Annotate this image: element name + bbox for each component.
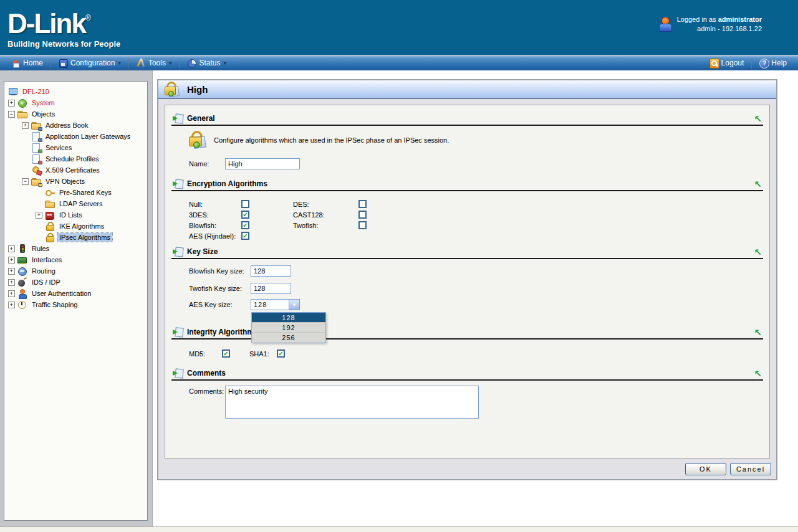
section-arrow-icon [173,247,183,256]
encryption-checkbox-aesrijndael[interactable] [241,232,249,240]
tree-expander[interactable]: + [22,122,29,129]
encryption-label: DES: [293,201,358,208]
help-button[interactable]: Help [752,55,794,71]
aes-keysize-label: AES Key size: [189,301,251,308]
cancel-button[interactable]: Cancel [730,463,771,475]
tree-expander[interactable]: + [8,257,15,264]
lock-icon [45,222,55,231]
sidebar-item-interfaces[interactable]: +Interfaces [6,254,146,265]
tree-expander[interactable]: + [8,100,15,107]
section-encryption-title: Encryption Algorithms [187,179,267,188]
encryption-checkbox-cast128[interactable] [358,211,367,219]
chevron-down-icon[interactable]: ▾ [289,300,299,310]
tree-expander[interactable]: + [8,268,15,275]
name-input[interactable] [225,158,300,169]
nav-item-configuration[interactable]: Configuration▾ [51,55,128,71]
section-comments-title: Comments [187,369,226,378]
folder-icon [17,110,28,119]
sidebar-item-objects[interactable]: −Objects [6,108,146,120]
name-row: Name: [189,158,764,169]
dropdown-option-192[interactable]: 192 [252,323,325,333]
encryption-checkbox-twofish[interactable] [358,221,367,229]
keysize-field-row: Blowfish Key size: [189,265,764,277]
comments-textarea[interactable]: High security [225,386,479,419]
dropdown-option-256[interactable]: 256 [252,333,325,343]
sidebar-item-vpn-objects[interactable]: −VPN Objects [6,176,146,187]
collapse-arrow-icon[interactable]: ↖ [754,370,762,378]
dropdown-arrow-icon: ▾ [224,60,227,66]
sidebar-item-traffic-shaping[interactable]: +Traffic Shaping [6,299,146,310]
aes-keysize-row: AES Key size: 128 ▾ 128192256 [189,299,764,310]
tree-expander[interactable]: + [8,290,15,297]
logout-button[interactable]: Logout [702,55,752,71]
tree-item-label: Address Book [44,121,90,130]
keysize-label: Twofish Key size: [189,285,251,292]
login-text: Logged in as administrator admin - 192.1… [677,15,762,34]
collapse-arrow-icon[interactable]: ↖ [754,249,762,256]
sidebar-item-id-lists[interactable]: +ID Lists [6,209,146,221]
sidebar-item-ike-algorithms[interactable]: IKE Algorithms [6,221,146,232]
encryption-label: 3DES: [189,211,241,219]
bottom-strip [0,526,798,532]
dropdown-arrow-icon: ▾ [169,60,172,66]
section-integrity-title: Integrity Algorithms [187,328,258,336]
tree-expander[interactable]: − [22,178,29,185]
encryption-label: Blowfish: [189,222,241,229]
tree-item-label: Pre-Shared Keys [57,188,113,197]
user-icon [17,289,28,298]
sidebar-item-pre-shared-keys[interactable]: Pre-Shared Keys [6,187,146,198]
aes-keysize-select[interactable]: 128 ▾ [251,299,300,310]
interfaces-icon [17,255,28,265]
tree-item-label: ID Lists [57,211,84,219]
encryption-checkbox-3des[interactable] [241,211,249,219]
sidebar-item-x-509-certificates[interactable]: X.509 Certificates [6,164,146,176]
tree-expander[interactable]: + [8,279,15,286]
integrity-checkbox-md5[interactable] [222,349,230,358]
sidebar-item-schedule-profiles[interactable]: Schedule Profiles [6,153,146,164]
sidebar: DFL-210+System−Objects+Address BookAppli… [0,70,153,526]
tree-expander[interactable]: − [8,111,15,118]
sidebar-item-routing[interactable]: +Routing [6,265,146,277]
form-area: General ↖ Configure algorithms which are… [165,105,770,458]
folder-icon [31,177,42,186]
encryption-checkbox-null[interactable] [241,200,249,208]
tree-expander[interactable]: + [36,212,42,219]
tree-item-label: IDS / IDP [30,278,62,287]
integrity-label: MD5: [189,350,222,358]
collapse-arrow-icon[interactable]: ↖ [754,115,762,123]
content-row: DFL-210+System−Objects+Address BookAppli… [0,70,798,526]
sidebar-item-services[interactable]: Services [6,142,146,153]
help-label: Help [771,59,787,67]
sidebar-item-user-authentication[interactable]: +User Authentication [6,288,146,299]
general-description-row: Configure algorithms which are used in t… [188,132,764,148]
key-icon [45,188,55,197]
nav-item-home[interactable]: Home [4,55,50,71]
nav-item-label: Status [199,59,220,67]
nav-item-status[interactable]: Status▾ [180,55,234,71]
encryption-checkbox-des[interactable] [358,200,367,208]
ok-button[interactable]: OK [685,463,726,475]
collapse-arrow-icon[interactable]: ↖ [754,329,762,336]
integrity-checkbox-sha1[interactable] [277,349,285,358]
sidebar-item-address-book[interactable]: +Address Book [6,120,146,131]
keysize-input[interactable] [251,265,291,277]
dropdown-option-128[interactable]: 128 [252,313,325,323]
sidebar-item-ids-idp[interactable]: +IDS / IDP [6,277,146,288]
tree-expander[interactable]: + [8,302,15,308]
keysize-input[interactable] [251,283,291,294]
tree-expander[interactable]: + [8,245,15,252]
section-keysize-title: Key Size [187,247,218,256]
encryption-label: AES (Rijndael): [189,232,241,240]
ipsec-lock-icon [188,131,208,150]
encryption-checkbox-blowfish[interactable] [241,221,249,229]
sidebar-item-ldap-servers[interactable]: LDAP Servers [6,198,146,209]
sidebar-item-system[interactable]: +System [6,97,146,108]
nav-item-label: Tools [148,59,166,67]
collapse-arrow-icon[interactable]: ↖ [754,181,762,188]
nav-item-tools[interactable]: Tools▾ [129,55,180,71]
sidebar-item-ipsec-algorithms[interactable]: IPsec Algorithms [6,232,146,243]
tree-item-label: IPsec Algorithms [57,233,112,242]
sidebar-item-dfl-210[interactable]: DFL-210 [6,86,146,97]
sidebar-item-rules[interactable]: +Rules [6,243,146,254]
sidebar-item-application-layer-gateways[interactable]: Application Layer Gateways [6,131,146,142]
